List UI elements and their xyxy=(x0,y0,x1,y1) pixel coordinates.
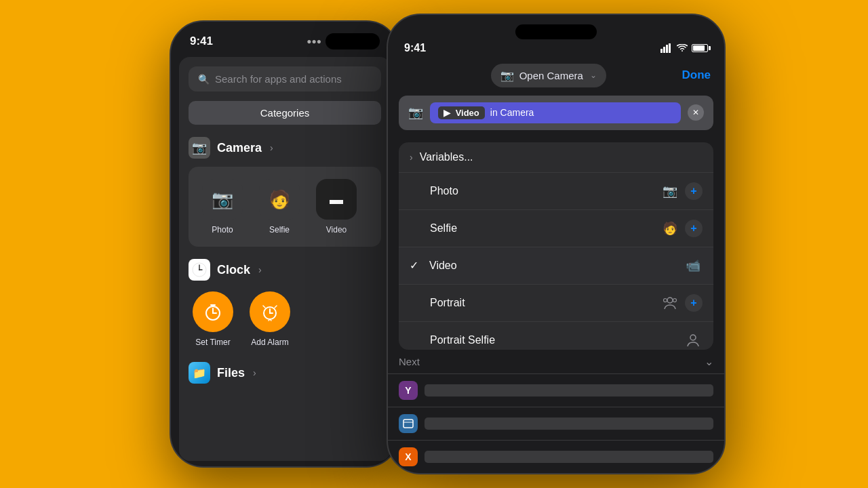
video-checkmark-icon: ✓ xyxy=(410,259,418,272)
photo-icon: 📷 xyxy=(212,189,233,210)
portrait-add-button[interactable]: + xyxy=(685,294,703,312)
svg-point-12 xyxy=(269,312,271,314)
in-camera-text: in Camera xyxy=(490,107,534,118)
photo-right-group: 📷 + xyxy=(660,182,703,201)
right-status-bar: 9:41 xyxy=(388,39,724,60)
svg-rect-20 xyxy=(669,43,671,53)
timer-icon-bg xyxy=(193,291,233,332)
top-action-bar: 📷 Open Camera ⌄ Done xyxy=(388,60,724,96)
svg-point-23 xyxy=(673,298,677,302)
left-status-bar: 9:41 ●●● xyxy=(171,22,399,52)
portrait-right-group: + xyxy=(660,293,703,312)
alarm-icon-svg xyxy=(260,302,279,321)
battery-icon xyxy=(692,44,708,52)
alarm-label: Add Alarm xyxy=(251,338,288,347)
search-placeholder-text: Search for apps and actions xyxy=(215,73,342,85)
camera-header[interactable]: 📷 Camera › xyxy=(189,137,381,159)
video-record-icon: ▶ xyxy=(443,108,450,118)
svg-point-22 xyxy=(664,298,667,302)
dynamic-island xyxy=(515,24,597,39)
selfie-action-icon: 🧑 xyxy=(259,179,300,220)
dropdown-item-photo[interactable]: Photo 📷 + xyxy=(399,173,713,210)
camera-icon: 📷 xyxy=(192,140,207,155)
right-phone: 9:41 xyxy=(387,14,726,474)
variables-row[interactable]: › Variables... xyxy=(399,142,713,173)
done-button[interactable]: Done xyxy=(682,68,711,82)
video-dropdown-icon: 📹 xyxy=(684,256,703,275)
portrait-icon-svg xyxy=(663,296,677,310)
video-selector-pill[interactable]: ▶ Video in Camera xyxy=(430,102,681,123)
dropdown-item-portrait-selfie[interactable]: Portrait Selfie xyxy=(399,322,713,350)
dropdown-item-portrait[interactable]: Portrait + xyxy=(399,285,713,322)
clock-action-timer[interactable]: Set Timer xyxy=(190,291,236,347)
next-label: Next xyxy=(399,356,420,367)
variables-chevron-icon: › xyxy=(410,152,413,163)
clock-action-alarm[interactable]: Add Alarm xyxy=(247,291,293,347)
open-camera-label: Open Camera xyxy=(519,70,583,81)
shortcut-blue-icon xyxy=(399,414,418,433)
portrait-selfie-dropdown-icon xyxy=(684,331,703,350)
svg-rect-28 xyxy=(403,420,413,428)
files-app-icon: 📁 xyxy=(189,362,210,384)
svg-rect-17 xyxy=(660,49,663,53)
camera-section: 📷 Camera › 📷 Pho xyxy=(189,137,381,247)
shortcut-y-bar xyxy=(425,384,713,396)
left-phone: 9:41 ●●● 🔍 Search for apps and actions C… xyxy=(170,20,400,468)
camera-app-name: Camera xyxy=(217,141,262,155)
timer-icon-svg xyxy=(203,302,222,321)
video-right-group: 📹 xyxy=(684,256,703,275)
video-mode-tag: ▶ Video xyxy=(438,106,485,119)
selfie-right-group: 🧑 + xyxy=(660,219,703,238)
open-camera-pill[interactable]: 📷 Open Camera ⌄ xyxy=(491,64,606,87)
files-section-header[interactable]: 📁 Files › xyxy=(189,362,381,384)
categories-button[interactable]: Categories xyxy=(189,101,381,125)
signal-dots-icon: ●●● xyxy=(307,37,321,46)
portrait-dropdown-icon xyxy=(660,293,679,312)
selfie-add-button[interactable]: + xyxy=(685,220,703,237)
video-label: Video xyxy=(326,225,347,235)
photo-add-button[interactable]: + xyxy=(685,182,703,200)
right-status-icons xyxy=(660,43,708,53)
photo-action-icon: 📷 xyxy=(202,179,243,220)
categories-label: Categories xyxy=(260,107,310,119)
shortcut-blue-icon-svg xyxy=(403,419,414,428)
shortcut-camera-icon: 📷 xyxy=(408,105,423,120)
clock-section: Clock › xyxy=(189,259,381,350)
dropdown-item-video[interactable]: ✓ Video 📹 xyxy=(399,247,713,285)
video-icon: ▬ xyxy=(330,192,343,207)
svg-point-21 xyxy=(667,298,673,303)
shortcut-blue-bar xyxy=(425,418,713,430)
svg-line-13 xyxy=(263,306,265,308)
selfie-label: Selfie xyxy=(269,225,290,235)
photo-dropdown-icon: 📷 xyxy=(660,182,679,201)
shortcut-row-x: X xyxy=(388,440,724,473)
photo-label: Photo xyxy=(212,225,233,235)
shortcut-action-row: 📷 ▶ Video in Camera ✕ xyxy=(399,96,713,130)
clock-app-name: Clock xyxy=(217,263,250,277)
dropdown-item-selfie[interactable]: Selfie 🧑 + xyxy=(399,210,713,247)
search-bar[interactable]: 🔍 Search for apps and actions xyxy=(189,66,381,92)
shortcut-x-icon: X xyxy=(399,447,418,466)
portrait-selfie-right-group xyxy=(684,331,703,350)
pill-chevron-icon: ⌄ xyxy=(590,70,597,80)
camera-mode-dropdown: › Variables... Photo 📷 + xyxy=(399,142,713,350)
left-phone-content: 🔍 Search for apps and actions Categories… xyxy=(179,57,391,461)
files-chevron-icon: › xyxy=(253,367,256,378)
camera-app-icon: 📷 xyxy=(189,137,210,159)
signal-icon xyxy=(660,43,673,53)
camera-chevron-icon: › xyxy=(270,142,273,153)
folder-icon: 📁 xyxy=(193,367,206,380)
camera-actions-list: 📷 Photo 🧑 Selfie xyxy=(198,176,372,237)
shortcut-y-icon: Y xyxy=(399,381,418,400)
clock-header[interactable]: Clock › xyxy=(189,259,381,281)
selfie-dropdown-icon: 🧑 xyxy=(660,219,679,238)
files-app-name: Files xyxy=(217,366,245,380)
camera-action-selfie[interactable]: 🧑 Selfie xyxy=(256,179,302,235)
camera-action-photo[interactable]: 📷 Photo xyxy=(199,179,245,235)
clock-chevron-icon: › xyxy=(258,264,262,275)
close-button[interactable]: ✕ xyxy=(688,104,704,121)
shortcut-x-bar xyxy=(425,451,713,463)
svg-rect-18 xyxy=(663,47,665,53)
clock-face-svg xyxy=(192,262,207,277)
camera-action-video[interactable]: ▬ Video xyxy=(313,179,359,235)
